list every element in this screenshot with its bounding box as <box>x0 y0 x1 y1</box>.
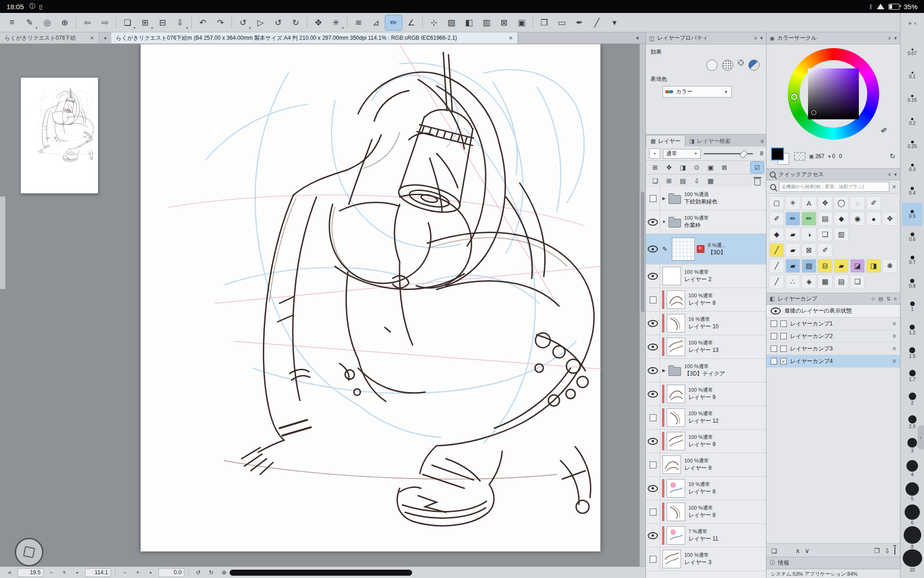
snap-button[interactable]: ⊕ <box>56 15 73 30</box>
brush-size-preset[interactable]: 0.1 <box>900 64 924 87</box>
comp-export-icon[interactable]: ⇩ <box>884 547 890 554</box>
delete-layer-button[interactable] <box>751 175 764 186</box>
brush-size-preset[interactable]: 1 <box>900 295 924 318</box>
brush-size-preset[interactable]: 0.7 <box>900 249 924 272</box>
quick-access-tool-button[interactable]: ◆ <box>834 212 849 226</box>
quick-access-tool-button[interactable]: ◨ <box>866 259 881 273</box>
folder-expand-icon[interactable]: ▶ <box>660 368 668 373</box>
gesture-reset-button[interactable] <box>15 538 43 566</box>
layer-color-button[interactable] <box>748 60 760 71</box>
layer-row[interactable]: ▼100 %通常作業枠 <box>646 210 766 234</box>
quick-access-tool-button[interactable]: ◪ <box>850 259 865 273</box>
blend-mode-select[interactable]: 通常 ▼ <box>663 149 701 159</box>
new-file-button[interactable]: ❏▾ <box>119 15 136 30</box>
brush-size-value[interactable]: 19.5 <box>18 568 43 577</box>
sv-cursor[interactable] <box>811 110 816 115</box>
layer-property-header[interactable]: ◫ レイヤープロパティ ≡▾ <box>646 32 766 44</box>
quick-access-tool-button[interactable]: ▦ <box>818 275 833 289</box>
panel-menu-icon[interactable]: ≡ <box>754 35 757 41</box>
quick-access-tool-button[interactable]: ✥ <box>882 212 897 226</box>
tab-layer-search[interactable]: ◨ レイヤー検索 <box>685 135 735 147</box>
guides-button[interactable]: ▥ <box>478 15 495 30</box>
brush-size-preset[interactable]: 6 <box>900 503 924 526</box>
layer-thumbnail[interactable] <box>667 385 685 403</box>
comp-list-icon[interactable]: ▤ <box>878 296 883 302</box>
canvas-page[interactable] <box>140 44 601 552</box>
canvas-vertical-scrollbar-left[interactable] <box>0 197 6 289</box>
layer-row[interactable]: 100 %通常レイヤー 8 <box>646 500 766 524</box>
quick-access-tool-button[interactable]: ✳ <box>785 196 800 210</box>
zoom-fit-button[interactable]: ▪ <box>72 568 82 577</box>
layer-row[interactable]: 100 %通常レイヤー 3 <box>646 547 766 571</box>
clear-search-icon[interactable]: ✕ <box>892 184 896 190</box>
pencil-button[interactable]: ✏ <box>385 15 402 30</box>
layer-checkbox[interactable] <box>646 288 660 311</box>
fg-bg-swatches[interactable] <box>771 148 790 165</box>
brush-size-preset[interactable]: 0.15 <box>900 87 924 110</box>
zoom-in-button[interactable]: + <box>59 568 69 577</box>
layer-thumbnail[interactable] <box>667 314 685 332</box>
zoom-out-button[interactable]: − <box>46 568 56 577</box>
quick-access-tool-button[interactable]: ▤ <box>834 275 849 289</box>
document-tab-active[interactable]: らくがきリクエスト076下絵m (B4 257.00 x 364.00mm 製本… <box>111 32 518 43</box>
layer-visibility-toggle[interactable] <box>646 382 660 406</box>
layer-visibility-toggle[interactable] <box>646 234 660 264</box>
move-button[interactable]: ✥ <box>310 15 327 30</box>
balloon-button[interactable]: ▭ <box>553 15 570 30</box>
enable-mask-icon[interactable]: ☑ <box>751 162 764 173</box>
tabbar-collapse-icon[interactable]: ▾ <box>630 35 645 43</box>
layer-thumbnail[interactable] <box>667 432 685 450</box>
brush-size-preset[interactable]: 2 <box>900 387 924 411</box>
quick-access-tool-button[interactable]: ╱ <box>769 259 784 273</box>
tool-pen-button[interactable]: ✎▾ <box>21 15 38 30</box>
folder-expand-icon[interactable]: ▶ <box>660 196 668 201</box>
quick-access-tool-button[interactable]: ⊟ <box>818 259 833 273</box>
quick-access-tool-button[interactable]: ╱ <box>769 243 784 257</box>
quick-access-tool-button[interactable]: ◉ <box>850 212 865 226</box>
liquify-button[interactable]: ≋ <box>350 15 367 30</box>
layer-visibility-toggle[interactable] <box>646 524 660 547</box>
quick-access-tool-button[interactable]: ◈ <box>802 275 816 289</box>
rotate-right-button[interactable]: + <box>133 568 143 577</box>
brush-size-preset[interactable]: 1.7 <box>900 364 924 387</box>
layer-visibility-toggle[interactable] <box>646 312 660 335</box>
tone-button[interactable]: ▨ <box>443 15 460 30</box>
drag-handle-icon[interactable]: ≡ <box>893 320 896 327</box>
new-vector-layer-icon[interactable]: ⊞ <box>663 175 675 186</box>
tab-layer[interactable]: ▦ レイヤー <box>646 135 685 147</box>
quick-access-header[interactable]: クイックアクセス ≡▾ <box>766 168 900 180</box>
transparent-color-swatch[interactable] <box>794 152 805 160</box>
delete-comp-button[interactable] <box>894 547 895 554</box>
comp-checkbox[interactable] <box>771 320 777 327</box>
strip-prev-icon[interactable]: » <box>908 19 912 26</box>
quick-access-tool-button[interactable]: ▰ <box>834 259 849 273</box>
brush-size-preset[interactable]: 4 <box>900 457 924 480</box>
forward-button[interactable]: ⇨ <box>97 15 113 30</box>
layer-row[interactable]: 100 %通常レイヤー 12 <box>646 406 766 430</box>
quick-access-tool-button[interactable]: ▤ <box>818 212 833 226</box>
layer-thumbnail[interactable] <box>667 479 685 498</box>
layer-thumbnail[interactable] <box>663 267 681 285</box>
frame-button[interactable]: ❐ <box>536 15 553 30</box>
opacity-slider-thumb[interactable] <box>740 150 748 158</box>
layer-row[interactable]: ▶100 %通常【3D】テイクア <box>646 359 766 382</box>
quick-access-tool-button[interactable]: ▨ <box>802 259 816 273</box>
quick-access-tool-button[interactable]: ❏ <box>818 228 833 241</box>
comp-checkbox[interactable] <box>771 345 777 352</box>
save-button[interactable]: ⊟ <box>154 15 171 30</box>
comp-apply-checkbox[interactable] <box>780 333 787 339</box>
merge-layer-icon[interactable]: ▦ <box>704 175 717 186</box>
comp-add-icon[interactable]: ⊹ <box>871 296 875 302</box>
layer-comp-row[interactable]: ✓レイヤーカンプ4≡ <box>766 355 900 368</box>
rotate-reset-button[interactable]: ▪ <box>146 568 156 577</box>
layer-row[interactable]: 100 %通常レイヤー 9 <box>646 382 766 406</box>
draft-layer-icon[interactable]: ⊠ <box>718 162 731 173</box>
brush-size-preset[interactable]: 8 <box>900 526 924 549</box>
layer-row[interactable]: 100 %通常レイヤー 9 <box>646 430 766 453</box>
layer-row[interactable]: ✎8 %通...【3D】 <box>646 234 766 264</box>
layer-row[interactable]: 7 %通常レイヤー 11 <box>646 524 766 547</box>
quick-access-tool-button[interactable]: ▰ <box>785 228 800 241</box>
layer-thumbnail[interactable] <box>667 290 685 309</box>
brush-size-preset[interactable]: 0.5 <box>902 203 923 226</box>
layer-comp-last-state-row[interactable]: 最後のレイヤーの表示状態 <box>766 305 900 318</box>
